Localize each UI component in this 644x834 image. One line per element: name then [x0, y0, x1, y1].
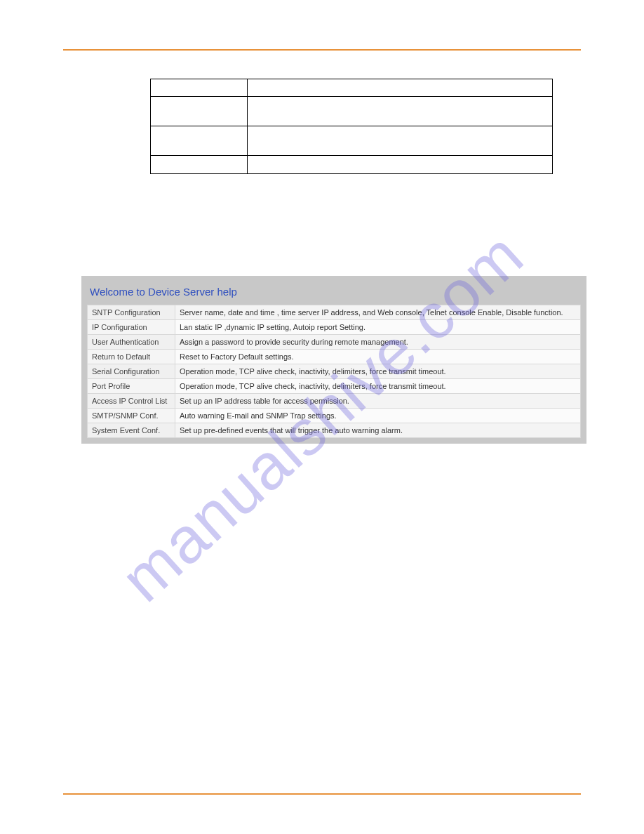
help-row-desc: Server name, date and time , time server… [175, 305, 581, 320]
help-row-desc: Auto warning E-mail and SNMP Trap settin… [175, 409, 581, 423]
help-row-desc: Lan static IP ,dynamic IP setting, Autoi… [175, 320, 581, 335]
help-row-label: SNTP Configuration [88, 305, 175, 320]
help-table: SNTP Configuration Server name, date and… [87, 305, 581, 438]
upper-empty-table [150, 79, 553, 174]
help-row: SMTP/SNMP Conf. Auto warning E-mail and … [88, 409, 581, 423]
help-panel: Welcome to Device Server help SNTP Confi… [81, 276, 586, 444]
help-row-desc: Operation mode, TCP alive check, inactiv… [175, 364, 581, 379]
help-row: Access IP Control List Set up an IP addr… [88, 394, 581, 409]
help-row-desc: Operation mode, TCP alive check, inactiv… [175, 379, 581, 394]
help-row: IP Configuration Lan static IP ,dynamic … [88, 320, 581, 335]
help-row-desc: Reset to Factory Default settings. [175, 350, 581, 364]
help-row-label: Port Profile [88, 379, 175, 394]
help-row-label: SMTP/SNMP Conf. [88, 409, 175, 423]
help-row-label: Return to Default [88, 350, 175, 364]
help-row: System Event Conf. Set up pre-defined ev… [88, 423, 581, 438]
help-row-label: System Event Conf. [88, 423, 175, 438]
help-row-desc: Set up pre-defined events that will trig… [175, 423, 581, 438]
help-row: Port Profile Operation mode, TCP alive c… [88, 379, 581, 394]
help-row: Return to Default Reset to Factory Defau… [88, 350, 581, 364]
divider-top [63, 49, 581, 51]
help-row: User Authentication Assign a password to… [88, 335, 581, 350]
help-row-label: IP Configuration [88, 320, 175, 335]
help-row: SNTP Configuration Server name, date and… [88, 305, 581, 320]
divider-bottom [63, 793, 581, 795]
help-row-label: Serial Configuration [88, 364, 175, 379]
help-row-desc: Set up an IP address table for access pe… [175, 394, 581, 409]
help-row-label: Access IP Control List [88, 394, 175, 409]
help-row: Serial Configuration Operation mode, TCP… [88, 364, 581, 379]
help-row-desc: Assign a password to provide security du… [175, 335, 581, 350]
help-title: Welcome to Device Server help [87, 282, 581, 305]
help-row-label: User Authentication [88, 335, 175, 350]
